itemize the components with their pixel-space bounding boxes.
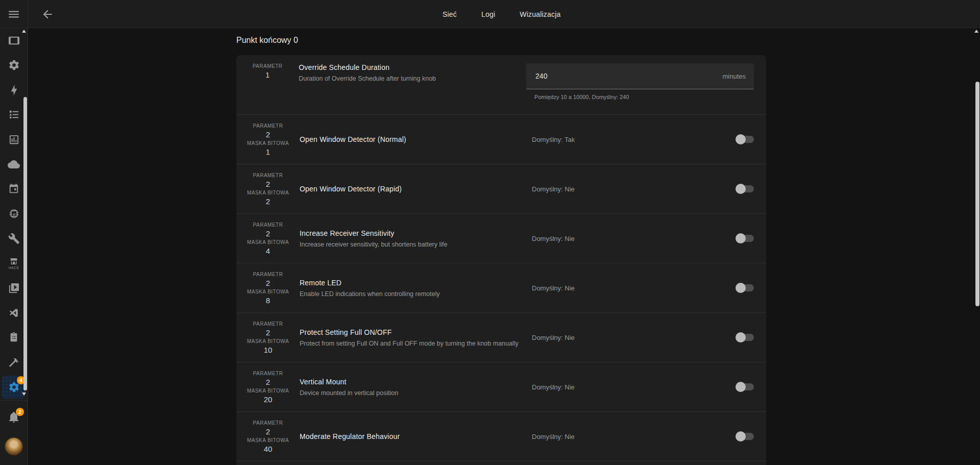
bitmask-number: 8 [266, 296, 270, 305]
parameter-description: Enable LED indications when controlling … [300, 290, 532, 298]
value-input-block: minutes Pomiędzy 10 a 10000, Domyślny: 2… [526, 63, 754, 100]
toggle-thumb [736, 332, 746, 342]
bitmask-number: 20 [264, 395, 273, 404]
parameter-row: PARAMETR 2 MASKA BITOWA 40 Moderate Regu… [236, 411, 766, 461]
parameter-row: PARAMETR 2 MASKA BITOWA 10 Protect Setti… [236, 312, 766, 362]
param-number: 2 [266, 130, 270, 139]
param-label: PARAMETR [253, 123, 283, 129]
cloud-icon [8, 158, 20, 170]
hamburger-icon [7, 8, 20, 21]
toggle-switch[interactable] [736, 134, 754, 144]
top-bar: Sieć Logi Wizualizacja [0, 0, 980, 28]
parameter-id: PARAMETR 2 MASKA BITOWA 8 [244, 272, 291, 305]
toggle-switch[interactable] [736, 332, 754, 342]
parameter-id: PARAMETR 2 MASKA BITOWA 10 [244, 321, 291, 354]
param-number: 1 [265, 70, 270, 79]
bitmask-label: MASKA BITOWA [247, 437, 289, 443]
bitmask-label: MASKA BITOWA [247, 190, 289, 195]
play-box-multiple-icon [8, 282, 20, 294]
parameter-title: Moderate Regulator Behaviour [300, 432, 532, 440]
notifications-button[interactable]: 2 [8, 411, 20, 423]
value-field: minutes [526, 63, 754, 89]
hacs-store-icon [9, 257, 19, 265]
clipboard-list-icon [8, 332, 19, 343]
toggle-switch[interactable] [736, 382, 754, 392]
toggle-thumb [736, 134, 746, 144]
sidebar-divider [28, 0, 28, 465]
override-duration-input[interactable] [534, 71, 718, 81]
tab-wizualizacja[interactable]: Wizualizacja [507, 0, 573, 28]
page-title: Punkt końcowy 0 [236, 36, 298, 45]
parameter-title: Open Window Detector (Normal) [300, 135, 532, 143]
toggle-switch[interactable] [736, 431, 754, 442]
user-avatar[interactable] [5, 437, 23, 456]
tab-siec[interactable]: Sieć [430, 0, 469, 28]
default-value: Domyślny: Nie [532, 235, 575, 242]
memory-chip-icon [8, 208, 20, 219]
cog-icon [8, 59, 20, 71]
bitmask-number: 10 [264, 346, 273, 354]
parameter-row: PARAMETR 2 MASKA BITOWA 1 Open Window De… [236, 114, 766, 164]
tab-bar: Sieć Logi Wizualizacja [430, 0, 573, 28]
toggle-switch[interactable] [736, 184, 754, 194]
vscode-icon [8, 307, 19, 319]
bitmask-label: MASKA BITOWA [247, 338, 289, 344]
toggle-thumb [736, 184, 746, 194]
sidebar-scroll-up-arrow[interactable] [22, 30, 26, 33]
back-button[interactable] [41, 8, 54, 21]
parameter-row: PARAMETR 2 MASKA BITOWA 8 Remote LED Ena… [236, 263, 766, 312]
parameters-card: PARAMETR 1 Override Schedule Duration Du… [236, 55, 766, 465]
toggle-thumb [736, 233, 746, 243]
calendar-icon [8, 183, 19, 194]
param-number: 2 [266, 427, 270, 436]
param-number: 2 [266, 279, 270, 287]
param-label: PARAMETR [253, 272, 283, 277]
menu-button[interactable] [7, 8, 20, 21]
parameter-id: PARAMETR 2 MASKA BITOWA 20 [244, 371, 291, 404]
param-number: 2 [266, 328, 270, 337]
tab-logi[interactable]: Logi [469, 0, 507, 28]
parameter-row [236, 461, 766, 465]
param-number: 2 [266, 378, 270, 386]
parameter-title: Remote LED [300, 279, 532, 287]
parameter-description: Protect from setting Full ON and Full OF… [300, 340, 532, 347]
main-scrollbar-thumb[interactable] [975, 82, 979, 306]
bitmask-number: 1 [266, 148, 270, 156]
sidebar-scrollbar-thumb[interactable] [23, 97, 27, 390]
arrow-left-icon [41, 8, 54, 21]
list-bulleted-icon [8, 109, 20, 120]
param-label: PARAMETR [253, 321, 283, 327]
default-value: Domyślny: Nie [532, 383, 575, 391]
default-value: Domyślny: Tak [532, 136, 575, 143]
parameter-title: Increase Receiver Sensitivity [300, 229, 532, 237]
bitmask-number: 4 [266, 247, 270, 255]
default-value: Domyślny: Nie [532, 334, 575, 341]
param-label: PARAMETR [253, 173, 283, 178]
toggle-switch[interactable] [736, 283, 754, 293]
parameter-id: PARAMETR 2 MASKA BITOWA 2 [244, 173, 291, 206]
param-label: PARAMETR [253, 420, 283, 426]
toggle-thumb [736, 382, 746, 392]
sidebar-bottom: 2 [0, 400, 28, 465]
toggle-switch[interactable] [736, 233, 754, 243]
param-number: 2 [266, 229, 270, 238]
sidebar: HACS 4 2 [0, 28, 28, 465]
unit-suffix: minutes [722, 72, 746, 80]
parameter-row: PARAMETR 2 MASKA BITOWA 2 Open Window De… [236, 164, 766, 213]
sidebar-scroll-down-arrow[interactable] [22, 393, 26, 396]
parameter-title: Open Window Detector (Rapid) [300, 185, 532, 193]
lightning-bolt-icon [8, 84, 20, 96]
default-value: Domyślny: Nie [532, 185, 575, 193]
toggle-thumb [736, 431, 746, 442]
default-value: Domyślny: Nie [532, 433, 575, 440]
parameter-id: PARAMETR 1 [244, 63, 290, 79]
default-value: Domyślny: Nie [532, 284, 575, 292]
bitmask-number: 2 [266, 197, 270, 206]
sidebar-item-settings[interactable] [0, 53, 28, 78]
main-scroll-up-arrow[interactable] [974, 30, 978, 33]
parameter-description: Duration of Override Schedule after turn… [299, 75, 526, 82]
parameter-title: Override Schedule Duration [299, 63, 526, 71]
parameter-row: PARAMETR 1 Override Schedule Duration Du… [236, 55, 766, 114]
parameter-id: PARAMETR 2 MASKA BITOWA 1 [244, 123, 291, 156]
chart-box-icon [8, 134, 20, 145]
